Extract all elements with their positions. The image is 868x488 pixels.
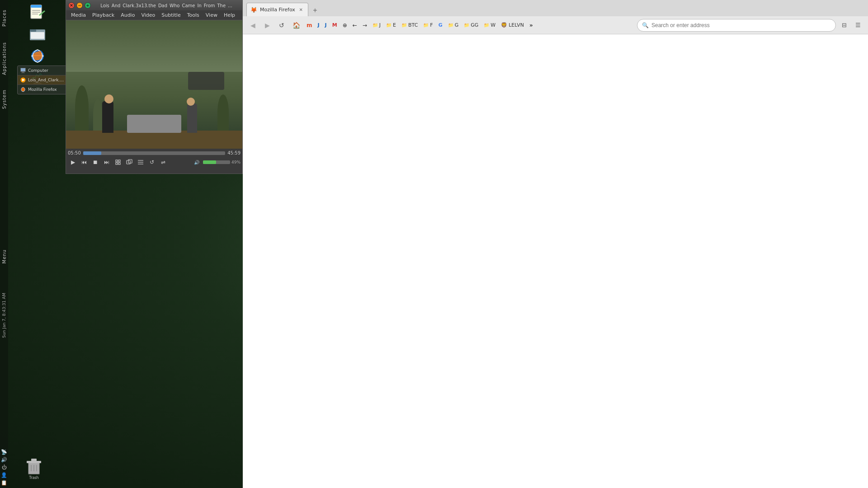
vlc-minimize-btn[interactable]: − xyxy=(76,2,83,9)
vlc-loop-btn[interactable]: ↺ xyxy=(147,157,157,167)
bookmark-refresh2[interactable]: ⊕ xyxy=(340,21,349,29)
tray-icon-user[interactable]: 👤 xyxy=(1,472,7,478)
svg-rect-18 xyxy=(22,72,24,73)
bookmark-back2[interactable]: ← xyxy=(350,21,359,29)
vlc-mute-btn[interactable]: 🔊 xyxy=(192,157,202,167)
nav-home-btn[interactable]: 🏠 xyxy=(290,19,302,32)
bookmark-more[interactable]: » xyxy=(527,21,535,29)
bookmark-folder-gg[interactable]: 📁 GG xyxy=(462,21,481,29)
bookmark-folder-e[interactable]: 📁 E xyxy=(384,21,398,29)
vlc-total-time: 45:59 xyxy=(227,150,241,155)
nav-forward-btn[interactable]: ▶ xyxy=(261,19,274,32)
nav-refresh-btn[interactable]: ↺ xyxy=(275,19,288,32)
bookmark-gmail[interactable]: M xyxy=(330,21,340,29)
vlc-menu-tools[interactable]: Tools xyxy=(184,11,202,19)
vlc-prev-btn[interactable]: ⏮ xyxy=(79,157,89,167)
firefox-content xyxy=(243,34,868,488)
bookmark-lelvn-label: LELVN xyxy=(509,22,524,28)
tray-icon-sound[interactable]: 🔊 xyxy=(1,457,7,463)
bookmark-j1[interactable]: J xyxy=(316,21,322,29)
vlc-volume-area: 🔊 49% xyxy=(192,157,241,167)
bookmark-folder-f-icon: 📁 xyxy=(423,23,429,28)
vlc-menu-media[interactable]: Media xyxy=(68,11,89,19)
taskbar-item-computer[interactable]: Computer xyxy=(18,66,66,75)
text-editor-icon[interactable] xyxy=(28,4,47,22)
bookmark-fwd2[interactable]: → xyxy=(360,21,369,29)
bookmark-folder-g-label: G xyxy=(455,22,459,28)
bookmark-folder-f[interactable]: 📁 F xyxy=(421,21,435,29)
vlc-video-area[interactable] xyxy=(66,20,242,149)
system-label[interactable]: System xyxy=(0,81,8,117)
computer-taskbar-label: Computer xyxy=(28,68,48,73)
vlc-taskbar-icon xyxy=(20,77,26,83)
bookmark-folder-g[interactable]: 📁 G xyxy=(446,21,461,29)
bookmark-folder-gg-icon: 📁 xyxy=(464,23,469,28)
vlc-fullscreen-btn[interactable] xyxy=(113,157,123,167)
vlc-menu-playback[interactable]: Playback xyxy=(90,11,117,19)
new-tab-button[interactable]: + xyxy=(309,5,321,16)
firefox-tab-active[interactable]: 🦊 Mozilla Firefox ✕ xyxy=(246,3,308,16)
svg-rect-19 xyxy=(21,73,25,73)
nav-screenshots-btn[interactable]: ⊟ xyxy=(838,19,850,32)
vlc-menu-view[interactable]: View xyxy=(203,11,220,19)
taskbar-item-vlc[interactable]: Lois_And_Clark.3... xyxy=(18,75,66,85)
vlc-buttons-row: ▶ ⏮ ⏹ ⏭ xyxy=(68,157,241,167)
datetime-display: Sun Jan 7, 8:43:31 AM xyxy=(2,293,6,338)
file-manager-icon[interactable] xyxy=(28,25,47,43)
applications-text: Applications xyxy=(2,42,7,75)
tray-icon-power[interactable]: ⏻ xyxy=(2,465,7,470)
bookmark-folder-w[interactable]: 📁 W xyxy=(481,21,498,29)
bookmark-m[interactable]: m xyxy=(304,21,315,29)
tray-icon-files[interactable]: 📋 xyxy=(1,480,7,486)
vlc-maximize-btn[interactable]: + xyxy=(85,2,91,9)
bookmark-folder-g-icon: 📁 xyxy=(448,23,453,28)
bookmark-folder-btc[interactable]: 📁 BTC xyxy=(399,21,420,29)
address-bar[interactable]: 🔍 xyxy=(637,19,836,32)
vlc-title: Lois_And_Clark.3x13.the_Dad_Who_Came_In_… xyxy=(93,3,240,8)
vlc-extended-btn[interactable] xyxy=(124,157,134,167)
bookmark-g[interactable]: G xyxy=(436,21,445,29)
vlc-play-btn[interactable]: ▶ xyxy=(68,157,78,167)
places-label[interactable]: Places xyxy=(0,0,8,36)
video-scene xyxy=(66,20,242,149)
applications-label[interactable]: Applications xyxy=(0,36,8,81)
bookmark-folder-j[interactable]: 📁 J xyxy=(370,21,383,29)
places-text: Places xyxy=(2,9,7,27)
vlc-menu-audio[interactable]: Audio xyxy=(118,11,137,19)
firefox-tab-title: Mozilla Firefox xyxy=(260,7,295,13)
vlc-volume-slider[interactable] xyxy=(203,160,230,164)
firefox-tabbar: 🦊 Mozilla Firefox ✕ + xyxy=(243,0,868,16)
vlc-playlist-btn[interactable] xyxy=(136,157,146,167)
vlc-progress-bar[interactable] xyxy=(83,151,225,155)
menu-label[interactable]: Menu xyxy=(0,243,8,270)
bookmark-folder-w-label: W xyxy=(491,22,495,28)
nav-extras: ⊟ ☰ xyxy=(838,19,864,32)
nav-back-btn[interactable]: ◀ xyxy=(246,19,259,32)
bookmark-more-icon: » xyxy=(529,22,533,28)
firefox-app-icon[interactable] xyxy=(28,47,47,65)
vlc-close-btn[interactable]: ✕ xyxy=(68,2,75,9)
address-input[interactable] xyxy=(651,22,831,28)
vlc-menu-subtitle[interactable]: Subtitle xyxy=(159,11,183,19)
firefox-tab-close[interactable]: ✕ xyxy=(298,7,304,13)
svg-rect-26 xyxy=(31,459,37,461)
bookmark-folder-w-icon: 📁 xyxy=(484,23,489,28)
vlc-controls: 05:50 45:59 ▶ ⏮ ⏹ ⏭ xyxy=(66,149,242,174)
bookmark-j2[interactable]: J xyxy=(323,21,329,29)
taskbar-item-firefox[interactable]: Mozilla Firefox xyxy=(18,85,66,94)
system-text: System xyxy=(2,89,7,109)
vlc-menu-video[interactable]: Video xyxy=(138,11,158,19)
nav-menu-btn[interactable]: ☰ xyxy=(852,19,864,32)
svg-rect-8 xyxy=(30,29,36,32)
vlc-menu-help[interactable]: Help xyxy=(221,11,238,19)
bookmark-lelvn[interactable]: 🦁 LELVN xyxy=(499,21,526,29)
vlc-next-btn[interactable]: ⏭ xyxy=(102,157,112,167)
tray-icon-network[interactable]: 📡 xyxy=(1,449,7,455)
trash-icon[interactable]: Trash xyxy=(25,459,43,481)
vlc-shuffle-btn[interactable]: ⇌ xyxy=(158,157,168,167)
bookmarks-bar: m J J M ⊕ ← → xyxy=(304,21,635,29)
svg-rect-31 xyxy=(118,160,120,162)
bookmark-lelvn-icon: 🦁 xyxy=(501,22,507,28)
vlc-titlebar: ✕ − + Lois_And_Clark.3x13.the_Dad_Who_Ca… xyxy=(66,0,242,10)
vlc-stop-btn[interactable]: ⏹ xyxy=(90,157,100,167)
